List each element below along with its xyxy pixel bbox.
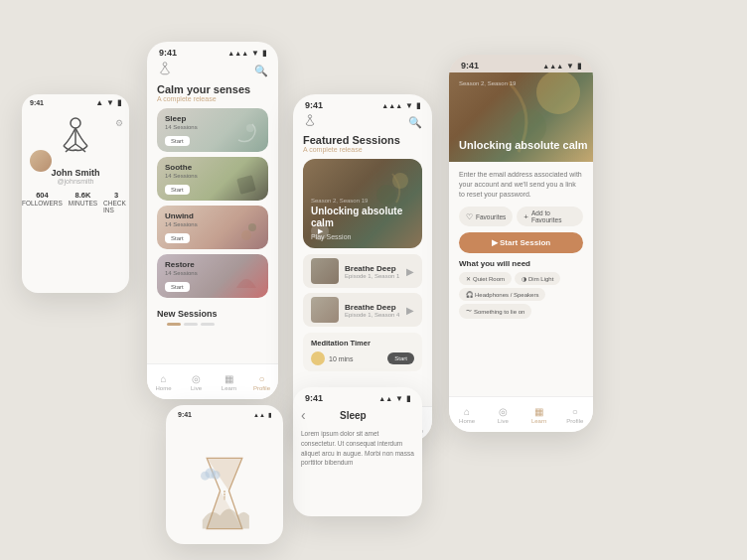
battery-featured-icon: ▮: [416, 101, 420, 110]
signal-featured-icon: ▲▲▲: [381, 102, 402, 109]
featured-abstract: [373, 169, 412, 209]
wifi-sleep-icon: ▼: [395, 394, 403, 403]
breathe-card-1[interactable]: Breathe Deep Episode 1, Season 1 ▶: [303, 254, 422, 288]
featured-logo: [303, 114, 317, 130]
battery-hourglass-icon: ▮: [268, 411, 271, 418]
featured-header: 🔍: [293, 112, 432, 134]
back-icon-sleep[interactable]: ‹: [301, 407, 306, 423]
unwind-start-button[interactable]: Start: [165, 233, 190, 243]
timer-value: 10 mins: [329, 355, 383, 362]
search-icon-calm[interactable]: 🔍: [254, 65, 268, 77]
profile-stats: 604 FOLLOWERS 8.6K MINUTES 3 CHECK INS: [22, 191, 129, 213]
signal-icon: ▲: [95, 98, 103, 107]
unlock-hero-title: Unlocking absolute calm: [459, 139, 588, 152]
wifi-calm-icon: ▼: [251, 49, 259, 58]
svg-point-8: [376, 185, 396, 205]
time-profile: 9:41: [30, 99, 44, 106]
nav-learn-calm[interactable]: ▦ Learn: [213, 364, 245, 399]
status-icons-calm: ▲▲▲ ▼ ▮: [227, 49, 266, 58]
breathe-info-2: Breathe Deep Episode 1, Season 4: [345, 303, 400, 318]
meditation-figure: [56, 116, 95, 164]
time-unlock: 9:41: [461, 61, 479, 70]
phone-sleep-detail: 9:41 ▲▲ ▼ ▮ ‹ Sleep Lorem ipsum dolor si…: [293, 387, 422, 516]
svg-point-0: [71, 118, 80, 128]
nav-home-unlock[interactable]: ⌂ Home: [449, 397, 485, 432]
sleep-count: 14 Sessions: [165, 124, 198, 130]
status-icons-unlock: ▲▲▲ ▼ ▮: [542, 62, 581, 70]
breathe-play-icon-1[interactable]: ▶: [406, 266, 414, 277]
breathe-sub-2: Episode 1, Season 4: [345, 312, 400, 318]
restore-label: Restore: [165, 260, 195, 269]
session-card-unwind[interactable]: Unwind 14 Sessions Start: [157, 206, 268, 249]
plus-icon: +: [523, 212, 528, 221]
sleep-title: Sleep: [310, 410, 396, 421]
battery-sleep-icon: ▮: [406, 394, 410, 403]
calm-title-section: Calm your senses A complete release: [147, 83, 278, 108]
svg-point-15: [212, 471, 221, 480]
phone-profile: 9:41 ▲ ▼ ▮ ⚙ John Smith @johnsmith 604 F…: [22, 94, 129, 293]
add-favourites-chip[interactable]: + Add to Favourites: [517, 207, 583, 226]
signal-hourglass-icon: ▲▲: [253, 412, 265, 418]
wifi-featured-icon: ▼: [405, 101, 413, 110]
nav-home-calm[interactable]: ⌂ Home: [147, 364, 180, 399]
soothe-start-button[interactable]: Start: [165, 185, 190, 195]
profile-settings-icon[interactable]: ⚙: [115, 118, 123, 128]
svg-point-2: [246, 124, 254, 132]
nav-live-calm[interactable]: ◎ Live: [180, 364, 213, 399]
svg-point-7: [392, 173, 408, 189]
breathe-sub-1: Episode 1, Season 1: [345, 273, 400, 279]
unlock-hero: Season 2, Season 19 Unlocking absolute c…: [449, 72, 593, 162]
profile-handle: @johnsmith: [57, 178, 93, 185]
svg-point-9: [536, 72, 580, 114]
timer-label: Meditation Timer: [311, 339, 414, 348]
sleep-start-button[interactable]: Start: [165, 136, 190, 146]
nav-live-unlock[interactable]: ◎ Live: [485, 397, 521, 432]
wifi-icon: ▼: [106, 98, 114, 107]
status-icons-hourglass: ▲▲ ▮: [253, 411, 271, 418]
favourites-chip[interactable]: ♡ Favourites: [459, 207, 513, 226]
nav-profile-unlock[interactable]: ○ Profile: [557, 397, 593, 432]
calm-title: Calm your senses: [157, 83, 268, 95]
play-button[interactable]: ▶: [311, 222, 329, 240]
soothe-label: Soothe: [165, 163, 192, 172]
signal-unlock-icon: ▲▲▲: [542, 63, 563, 70]
session-card-sleep[interactable]: Sleep 14 Sessions Start: [157, 108, 268, 152]
restore-start-button[interactable]: Start: [165, 282, 190, 292]
start-timer-button[interactable]: Start: [387, 352, 414, 364]
stat-followers: 604 FOLLOWERS: [22, 191, 63, 213]
svg-rect-3: [236, 175, 256, 195]
unwind-count: 14 Sessions: [165, 221, 198, 227]
req-headphones: 🎧 Headphones / Speakers: [459, 288, 545, 301]
signal-sleep-icon: ▲▲: [378, 395, 392, 402]
svg-point-5: [241, 230, 251, 240]
soothe-deco: [232, 169, 260, 197]
home-icon-u: ⌂: [464, 406, 470, 417]
dot-2: [184, 323, 198, 326]
live-icon-u: ◎: [499, 406, 508, 417]
stat-minutes: 8.6K MINUTES: [69, 191, 97, 213]
unlock-description: Enter the email address associated with …: [459, 170, 583, 199]
nav-profile-calm[interactable]: ○ Profile: [245, 364, 278, 399]
learn-icon-u: ▦: [534, 406, 543, 417]
battery-calm-icon: ▮: [262, 49, 266, 58]
session-card-restore[interactable]: Restore 14 Sessions Start: [157, 254, 268, 298]
timer-row: 10 mins Start: [311, 351, 414, 365]
status-bar-sleep: 9:41 ▲▲ ▼ ▮: [293, 387, 422, 405]
live-icon: ◎: [192, 373, 201, 384]
sleep-description: Lorem ipsum dolor sit amet consectetur. …: [293, 425, 422, 472]
search-icon-featured[interactable]: 🔍: [408, 116, 422, 129]
featured-hero-card[interactable]: Season 2, Season 19 Unlocking absolute c…: [303, 159, 422, 248]
phone-hourglass: 9:41 ▲▲ ▮: [166, 405, 283, 544]
breathe-card-2[interactable]: Breathe Deep Episode 1, Season 4 ▶: [303, 293, 422, 327]
sleep-header: ‹ Sleep: [293, 405, 422, 425]
restore-deco: [232, 266, 260, 294]
status-icons-profile: ▲ ▼ ▮: [95, 98, 121, 107]
session-card-soothe[interactable]: Soothe 14 Sessions Start: [157, 157, 268, 201]
breathe-thumb-2: [311, 297, 339, 323]
dot-1: [167, 323, 181, 326]
start-session-button[interactable]: ▶ Start Session: [459, 232, 583, 253]
nav-learn-unlock[interactable]: ▦ Learn: [522, 397, 557, 432]
breathe-play-icon-2[interactable]: ▶: [406, 305, 414, 316]
status-bar-hourglass: 9:41 ▲▲ ▮: [166, 405, 283, 420]
bottom-nav-unlock: ⌂ Home ◎ Live ▦ Learn ○ Profile: [449, 396, 593, 432]
